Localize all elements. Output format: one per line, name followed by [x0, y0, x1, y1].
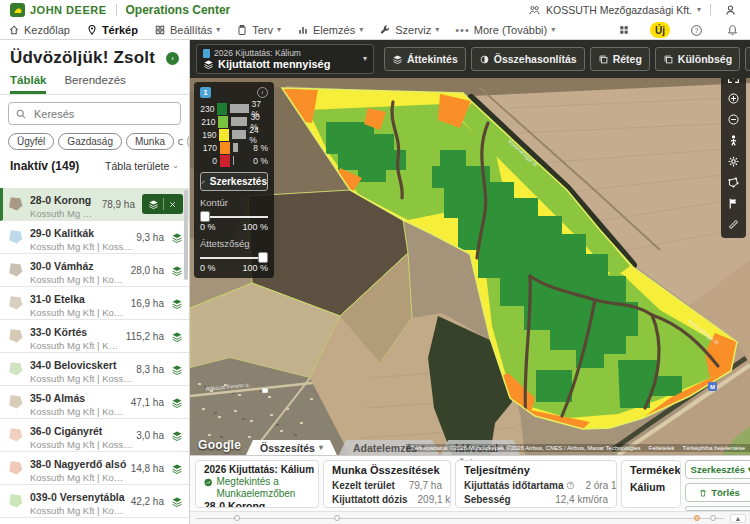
legend-swatch	[217, 103, 227, 115]
analyzer-icon	[204, 476, 212, 489]
account-button[interactable]	[720, 1, 740, 19]
filter-chips: Ügyfél Gazdaság Munka ›	[0, 125, 189, 151]
zoom-out-button[interactable]	[721, 109, 746, 130]
layers-icon[interactable]	[171, 228, 183, 246]
measure-button[interactable]	[721, 214, 746, 235]
layers-icon[interactable]	[171, 492, 183, 510]
nav-elemzes[interactable]: Elemzés▾	[297, 24, 363, 36]
apps-grid-button[interactable]	[614, 21, 634, 39]
compare-button[interactable]: Összehasonlítás	[471, 47, 585, 71]
chip-munka[interactable]: Munka	[126, 133, 174, 150]
tab-tablak[interactable]: Táblák	[10, 74, 46, 94]
field-row[interactable]: 34-0 BelovicskertKossuth Mg Kft | Kossu.…	[0, 353, 189, 386]
nav-terkep[interactable]: Térkép	[86, 24, 138, 36]
legend-edit-button[interactable]: Szerkesztés	[200, 172, 268, 191]
sort-selector[interactable]: Tábla területe⌄	[105, 160, 179, 172]
field-shape-icon	[8, 362, 23, 377]
close-icon[interactable]	[168, 200, 177, 209]
slider-thumb[interactable]	[200, 211, 210, 222]
scrollbar-knob[interactable]	[694, 515, 700, 521]
field-row[interactable]: 039-0 VersenytáblaKossuth Mg Kft | Koss.…	[0, 485, 189, 518]
pencil-icon	[201, 177, 206, 187]
work-analyzer-link[interactable]: Megtekintés a Munkaelemzőben	[204, 476, 310, 499]
search-input-wrap[interactable]	[8, 102, 181, 125]
delete-button[interactable]: Törlés	[685, 483, 750, 502]
layers-icon[interactable]	[171, 360, 183, 378]
notifications-button[interactable]	[722, 21, 742, 39]
sidebar: Üdvözöljük! Zsolt ‹ Táblák Berendezés Üg…	[0, 40, 190, 524]
copy-icon	[598, 54, 609, 65]
work-summary-title: Munka Összesítések	[332, 464, 442, 476]
slider-thumb[interactable]	[258, 252, 268, 263]
scrollbar-knob[interactable]	[234, 515, 240, 521]
chips-scroll-right-button[interactable]: ›	[187, 132, 190, 151]
layers-icon[interactable]	[171, 426, 183, 444]
scrollbar-track[interactable]	[196, 518, 724, 519]
tab-berendezes[interactable]: Berendezés	[64, 74, 125, 94]
map-canvas[interactable]: Koronahegyi út Koronahegyi út Rákóczi Fe…	[190, 78, 750, 455]
attribution-terms-link[interactable]: Feltételek	[649, 445, 675, 451]
nav-szerviz[interactable]: Szerviz▾	[379, 24, 439, 36]
field-row[interactable]: 30-0 VámházKossuth Mg Kft | Koss... 28,0…	[0, 254, 189, 287]
opacity-slider[interactable]	[200, 257, 268, 259]
nav-beallitas[interactable]: Beállítás▾	[154, 24, 220, 36]
layers-icon[interactable]	[171, 261, 183, 279]
draw-polygon-button[interactable]	[721, 172, 746, 193]
info-icon[interactable]	[566, 481, 575, 490]
layers-icon	[203, 59, 214, 70]
nav-terv[interactable]: Terv▾	[236, 24, 281, 36]
street-view-pegman-button[interactable]	[721, 130, 746, 151]
chip-partial[interactable]	[178, 139, 183, 145]
share-export-button[interactable]: Megosztás/Exportálás▾	[745, 47, 750, 71]
help-button[interactable]	[686, 21, 706, 39]
field-row[interactable]: 36-0 CigányrétKossuth Mg Kft | Kossu... …	[0, 419, 189, 452]
overview-button[interactable]: Áttekintés	[384, 47, 466, 71]
sidebar-scrollbar[interactable]	[184, 190, 188, 280]
layer-button[interactable]: Réteg	[590, 47, 650, 71]
field-row[interactable]: 33-0 KörtésKossuth Mg Kft | Kos... 115,2…	[0, 320, 189, 353]
chip-gazdasag[interactable]: Gazdaság	[58, 133, 122, 150]
field-row[interactable]: 31-0 EtelkaKossuth Mg Kft | Koss... 16,9…	[0, 287, 189, 320]
john-deere-logo-icon	[10, 3, 25, 17]
chip-ugyfel[interactable]: Ügyfél	[8, 133, 54, 150]
product-title: Operations Center	[126, 3, 231, 17]
legend-collapse-icon[interactable]: ‹	[257, 87, 268, 98]
contour-slider[interactable]	[200, 216, 268, 218]
map-toolbar: 2026 Kijuttatás: Kálium Kijuttatott menn…	[190, 40, 750, 78]
difference-button[interactable]: Különbség	[655, 47, 740, 71]
layers-icon[interactable]	[171, 459, 183, 477]
product-name: Kálium	[630, 481, 672, 493]
tab-osszesites[interactable]: Összesítés▾	[246, 440, 337, 455]
attribution-copyright: Térképadatok ©2026 Műholdképek ©2026 Air…	[411, 445, 641, 451]
sidebar-collapse-icon[interactable]: ‹	[166, 52, 179, 65]
flag-button[interactable]	[721, 193, 746, 214]
nav-kezdolap[interactable]: Kezdőlap	[8, 24, 70, 36]
search-input[interactable]	[32, 107, 162, 121]
field-row[interactable]: 38-0 Nagyerdő alsóKossuth Mg Kft | Koss.…	[0, 452, 189, 485]
field-row[interactable]: 35-0 AlmásKossuth Mg Kft | Koss... 47,1 …	[0, 386, 189, 419]
new-badge[interactable]: Új	[650, 22, 670, 38]
scrollbar-knob[interactable]	[710, 515, 716, 521]
route-shield-label: M	[710, 384, 715, 390]
field-row-selected[interactable]: 28-0 KorongKossuth Mg Kft | K... 78,9 ha	[0, 188, 189, 221]
map-settings-button[interactable]	[721, 151, 746, 172]
layers-icon[interactable]	[171, 393, 183, 411]
layers-icon[interactable]	[171, 294, 183, 312]
zoom-in-button[interactable]	[721, 88, 746, 109]
layers-icon[interactable]	[171, 327, 183, 345]
scrollbar-knob[interactable]	[334, 515, 340, 521]
nav-more[interactable]: •••More (További)▾	[455, 24, 555, 36]
selected-field-layer-toggle[interactable]	[142, 194, 183, 214]
field-row[interactable]: 42-0 Cima Soós kertKossuth Mg Kft | Koss…	[0, 518, 189, 524]
attribution-report-link[interactable]: Térképhiba bejelentése	[683, 445, 745, 451]
divider	[710, 4, 711, 16]
timeline-scrollbar[interactable]: ▲	[190, 511, 750, 524]
collapse-panel-arrow[interactable]: ▲	[730, 514, 746, 523]
field-row[interactable]: 29-0 KalitkákKossuth Mg Kft | Kossu... 9…	[0, 221, 189, 254]
layer-picker-dropdown[interactable]: 2026 Kijuttatás: Kálium Kijuttatott menn…	[196, 44, 374, 74]
welcome-title: Üdvözöljük! Zsolt	[10, 48, 155, 68]
org-switcher[interactable]: KOSSUTH Mezőgazdasági Kft. ▾	[528, 4, 701, 17]
layers-icon	[392, 54, 403, 65]
map-region: 2026 Kijuttatás: Kálium Kijuttatott menn…	[190, 40, 750, 455]
edit-button[interactable]: Szerkesztés▾	[685, 460, 750, 479]
